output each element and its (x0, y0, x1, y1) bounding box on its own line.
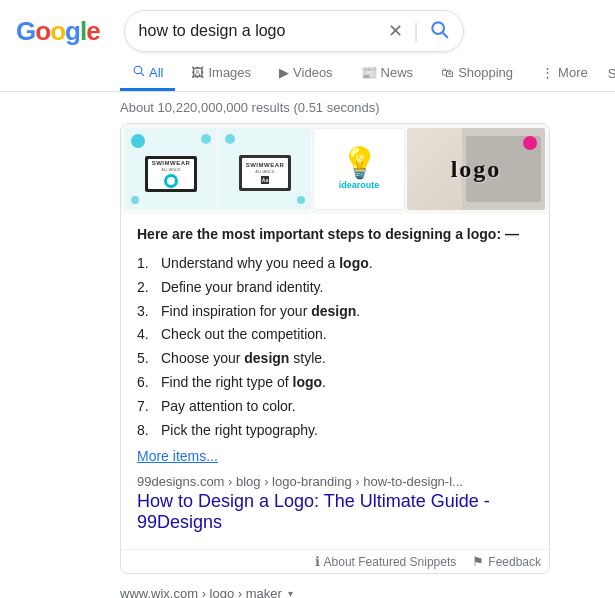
tab-shopping-label: Shopping (458, 65, 513, 80)
info-icon: ℹ (315, 554, 320, 569)
snippet-source: 99designs.com › blog › logo-branding › h… (137, 474, 533, 533)
tab-more-label: More (558, 65, 588, 80)
nav-right: Settings Tools (604, 58, 615, 89)
tab-more[interactable]: ⋮ More (529, 57, 600, 91)
svg-line-3 (141, 73, 144, 76)
feedback-btn[interactable]: ⚑ Feedback (472, 554, 541, 569)
featured-snippet: SWIMWEAR ALLIANCE SWIMWEAR (120, 123, 550, 574)
nav-tabs: All 🖼 Images ▶ Videos 📰 News 🛍 Shopping … (0, 52, 615, 92)
logo-g: G (16, 16, 35, 47)
videos-icon: ▶ (279, 65, 289, 80)
list-item: 8.Pick the right typography. (137, 419, 533, 443)
tab-images[interactable]: 🖼 Images (179, 57, 263, 91)
idea-icon: 💡 (341, 148, 378, 178)
clear-icon[interactable]: ✕ (388, 20, 403, 42)
svg-point-2 (134, 66, 142, 74)
tab-all-label: All (149, 65, 163, 80)
search-icons: ✕ | (388, 19, 448, 44)
snippet-image-3: 💡 idearoute (313, 128, 405, 210)
result-domain-url: www.wix.com › logo › maker (120, 586, 282, 598)
snippet-source-domain: 99designs.com › blog › logo-branding › h… (137, 474, 533, 489)
list-item: 6.Find the right type of logo. (137, 371, 533, 395)
tab-news-label: News (381, 65, 414, 80)
list-item: 7.Pay attention to color. (137, 395, 533, 419)
snippet-footer: ℹ About Featured Snippets ⚑ Feedback (121, 549, 549, 573)
logo-o1: o (35, 16, 50, 47)
snippet-content: Here are the most important steps to des… (121, 214, 549, 545)
snippet-title: Here are the most important steps to des… (137, 226, 533, 242)
logo-o2: o (50, 16, 65, 47)
snippet-image-1: SWIMWEAR ALLIANCE (125, 128, 217, 210)
results-count: About 10,220,000,000 results (0.51 secon… (120, 100, 379, 115)
divider-icon: | (413, 20, 418, 43)
news-icon: 📰 (361, 65, 377, 80)
idea-text: idearoute (339, 180, 380, 190)
feedback-label: Feedback (488, 555, 541, 569)
snippet-source-title[interactable]: How to Design a Logo: The Ultimate Guide… (137, 491, 533, 533)
images-icon: 🖼 (191, 65, 204, 80)
all-icon (132, 64, 145, 80)
google-logo: Google (16, 16, 100, 47)
snippet-images: SWIMWEAR ALLIANCE SWIMWEAR (121, 124, 549, 214)
about-snippets-label: About Featured Snippets (324, 555, 457, 569)
tab-all[interactable]: All (120, 56, 175, 91)
list-item: 2.Define your brand identity. (137, 276, 533, 300)
logo-g2: g (65, 16, 80, 47)
tab-videos-label: Videos (293, 65, 333, 80)
snippet-image-2: SWIMWEAR ALLIANCE Aa (219, 128, 311, 210)
list-item: 4.Check out the competition. (137, 323, 533, 347)
list-item: 3.Find inspiration for your design. (137, 300, 533, 324)
more-items-link[interactable]: More items... (137, 448, 218, 464)
result-domain: www.wix.com › logo › maker ▾ (120, 586, 550, 598)
second-search-result: www.wix.com › logo › maker ▾ Logo Maker … (120, 586, 550, 598)
snippet-image-4: logo (407, 128, 545, 210)
settings-link[interactable]: Settings (604, 58, 615, 89)
header: Google ✕ | (0, 0, 615, 52)
list-item: 1.Understand why you need a logo. (137, 252, 533, 276)
snippet-list: 1.Understand why you need a logo. 2.Defi… (137, 252, 533, 442)
about-snippets[interactable]: ℹ About Featured Snippets (315, 554, 457, 569)
tab-news[interactable]: 📰 News (349, 57, 426, 91)
search-input[interactable] (139, 22, 389, 40)
feedback-icon: ⚑ (472, 554, 484, 569)
more-icon: ⋮ (541, 65, 554, 80)
tab-images-label: Images (208, 65, 251, 80)
search-icon[interactable] (429, 19, 449, 44)
list-item: 5.Choose your design style. (137, 347, 533, 371)
tab-videos[interactable]: ▶ Videos (267, 57, 345, 91)
result-domain-arrow[interactable]: ▾ (288, 588, 293, 598)
svg-line-1 (442, 32, 447, 37)
results-info: About 10,220,000,000 results (0.51 secon… (0, 92, 615, 123)
tab-shopping[interactable]: 🛍 Shopping (429, 57, 525, 91)
search-bar: ✕ | (124, 10, 464, 52)
logo-e: e (86, 16, 99, 47)
shopping-icon: 🛍 (441, 65, 454, 80)
